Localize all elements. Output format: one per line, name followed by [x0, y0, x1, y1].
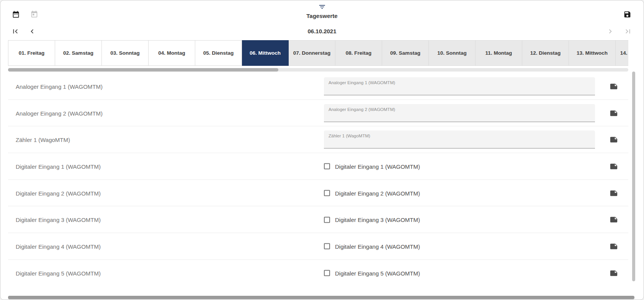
parameter-label: Digitaler Eingang 2 (WAGOMTM): [16, 190, 101, 196]
tabs-scrollbar-thumb[interactable]: [8, 68, 278, 72]
parameter-row: Analoger Eingang 2 (WAGOMTM) Analoger Ei…: [0, 100, 644, 127]
day-tab-label: 09. Samstag: [390, 50, 420, 56]
previous-day-button[interactable]: [28, 27, 36, 36]
value-input[interactable]: [329, 85, 590, 94]
day-tab-label: 08. Freitag: [346, 50, 372, 56]
chevron-right-icon: [606, 27, 615, 36]
value-input[interactable]: [329, 138, 590, 147]
parameter-label: Digitaler Eingang 5 (WAGOMTM): [16, 270, 101, 276]
note-button[interactable]: [610, 215, 618, 224]
note-icon: [610, 135, 618, 144]
day-tab-label: 07. Donnerstag: [293, 50, 331, 56]
day-tab-label: 02. Samstag: [63, 50, 93, 56]
chevron-left-icon: [28, 27, 36, 36]
save-button[interactable]: [623, 10, 631, 18]
checkbox-label: Digitaler Eingang 4 (WAGOMTM): [335, 243, 420, 249]
value-checkbox-group[interactable]: Digitaler Eingang 3 (WAGOMTM): [324, 217, 420, 223]
note-icon: [610, 82, 618, 91]
day-tab[interactable]: 04. Montag: [149, 40, 195, 66]
day-tab-label: 11. Montag: [485, 50, 512, 56]
toolbar-center: Tageswerte: [306, 3, 337, 19]
note-button[interactable]: [610, 189, 618, 197]
day-tab[interactable]: 09. Samstag: [382, 40, 429, 66]
value-checkbox-group[interactable]: Digitaler Eingang 5 (WAGOMTM): [324, 270, 420, 276]
day-tab[interactable]: 02. Samstag: [55, 40, 102, 66]
parameter-row: Analoger Eingang 1 (WAGOMTM) Analoger Ei…: [0, 73, 644, 100]
vertical-scrollbar-thumb[interactable]: [632, 72, 635, 281]
save-icon: [623, 10, 631, 18]
day-tab[interactable]: 10. Sonntag: [429, 40, 476, 66]
note-button[interactable]: [610, 82, 618, 91]
calendar-range-icon: [12, 10, 20, 18]
first-day-button[interactable]: [11, 27, 20, 36]
day-tab-label: 05. Dienstag: [203, 50, 234, 56]
day-tab[interactable]: 08. Freitag: [335, 40, 382, 66]
value-input[interactable]: [329, 112, 590, 121]
value-checkbox-group[interactable]: Digitaler Eingang 2 (WAGOMTM): [324, 190, 420, 196]
parameter-label: Digitaler Eingang 1 (WAGOMTM): [16, 163, 101, 170]
day-tab[interactable]: 13. Mittwoch: [569, 40, 616, 66]
nav-right: [606, 27, 632, 36]
day-tab-label: 10. Sonntag: [437, 50, 467, 56]
day-tab[interactable]: 11. Montag: [476, 40, 522, 66]
value-checkbox-group[interactable]: Digitaler Eingang 1 (WAGOMTM): [324, 163, 420, 170]
first-page-icon: [11, 27, 20, 36]
parameter-row: Digitaler Eingang 1 (WAGOMTM) Digitaler …: [0, 153, 644, 180]
note-button[interactable]: [610, 269, 618, 277]
day-tab-label: 04. Montag: [158, 50, 185, 56]
note-button[interactable]: [610, 162, 618, 171]
tabs-scrollbar-track[interactable]: [8, 68, 628, 72]
last-day-button[interactable]: [624, 27, 632, 36]
day-tab-label: 12. Dienstag: [530, 50, 561, 56]
parameter-row: Digitaler Eingang 4 (WAGOMTM) Digitaler …: [0, 233, 644, 260]
calendar-range-button[interactable]: [12, 10, 20, 18]
day-tab-label: 01. Freitag: [19, 50, 45, 56]
checkbox-icon[interactable]: [324, 217, 330, 223]
note-button[interactable]: [610, 109, 618, 117]
day-tab[interactable]: 06. Mittwoch: [242, 40, 289, 66]
parameter-label: Analoger Eingang 2 (WAGOMTM): [16, 110, 103, 116]
last-page-icon: [624, 27, 632, 36]
day-tab[interactable]: 03. Sonntag: [102, 40, 149, 66]
toolbar-left: [12, 10, 38, 18]
next-day-button[interactable]: [606, 27, 615, 36]
checkbox-label: Digitaler Eingang 5 (WAGOMTM): [335, 270, 420, 276]
day-tab-label: 13. Mittwoch: [577, 50, 608, 56]
day-tab[interactable]: 05. Dienstag: [195, 40, 242, 66]
value-text-field[interactable]: Analoger Eingang 1 (WAGOMTM): [324, 77, 595, 95]
value-text-field[interactable]: Zähler 1 (WagoMTM): [324, 130, 595, 148]
value-field-floating-label: Zähler 1 (WagoMTM): [329, 134, 370, 138]
nav-left: [11, 27, 36, 36]
filter-button[interactable]: [318, 3, 326, 11]
day-tab[interactable]: 01. Freitag: [8, 40, 55, 66]
note-button[interactable]: [610, 135, 618, 144]
note-icon: [610, 242, 618, 251]
toolbar: Tageswerte: [0, 0, 644, 23]
day-tab[interactable]: 07. Donnerstag: [289, 40, 335, 66]
value-checkbox-group[interactable]: Digitaler Eingang 4 (WAGOMTM): [324, 243, 420, 249]
parameter-label: Zähler 1 (WagoMTM): [16, 137, 70, 143]
calendar-event-icon: [30, 10, 38, 18]
value-field-floating-label: Analoger Eingang 2 (WAGOMTM): [329, 107, 395, 112]
calendar-event-button[interactable]: [30, 10, 38, 18]
note-button[interactable]: [610, 242, 618, 251]
checkbox-icon[interactable]: [324, 270, 330, 276]
day-tab[interactable]: 12. Dienstag: [522, 40, 569, 66]
day-tabs: 01. Freitag 02. Samstag 03. Sonntag 04. …: [8, 40, 628, 66]
filter-icon: [318, 3, 326, 11]
value-text-field[interactable]: Analoger Eingang 2 (WAGOMTM): [324, 104, 595, 122]
note-icon: [610, 269, 618, 277]
parameter-row: Zähler 1 (WagoMTM) Zähler 1 (WagoMTM): [0, 126, 644, 153]
toolbar-right: [623, 10, 631, 20]
checkbox-icon[interactable]: [324, 243, 330, 249]
checkbox-label: Digitaler Eingang 2 (WAGOMTM): [335, 190, 420, 196]
checkbox-icon[interactable]: [324, 163, 330, 170]
app-window: Tageswerte 06.10.2021: [0, 0, 644, 300]
bottom-scrollbar-thumb[interactable]: [8, 296, 634, 299]
day-tab[interactable]: 14. Donnerstag: [616, 40, 628, 66]
date-navigation: 06.10.2021: [0, 23, 644, 40]
parameter-row: Digitaler Eingang 5 (WAGOMTM) Digitaler …: [0, 260, 644, 287]
parameter-label: Analoger Eingang 1 (WAGOMTM): [16, 83, 103, 90]
parameter-row: Digitaler Eingang 3 (WAGOMTM) Digitaler …: [0, 206, 644, 233]
checkbox-icon[interactable]: [324, 190, 330, 196]
